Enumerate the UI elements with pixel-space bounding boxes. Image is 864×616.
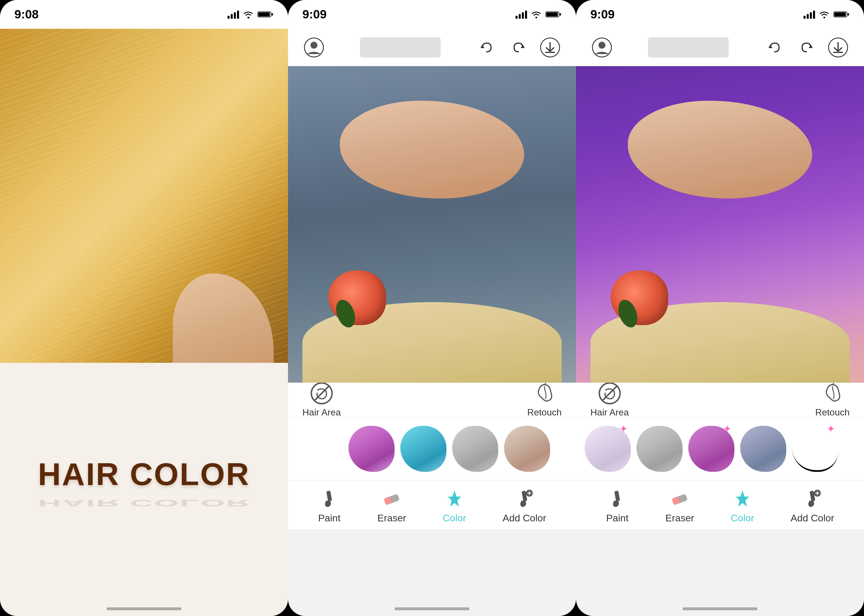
wifi-icon (243, 10, 254, 19)
rose-2 (328, 270, 386, 325)
swatches-row-2 (288, 417, 576, 481)
add-color-label-2: Add Color (503, 512, 546, 524)
retouch-icon-3 (821, 382, 844, 405)
svg-marker-18 (480, 45, 484, 48)
splash-title-reflection: HAIR COLOR (38, 497, 250, 508)
eraser-tool-2[interactable]: Eraser (377, 487, 406, 524)
toolbar-center-2 (360, 38, 441, 58)
color-label-2: Color (443, 512, 466, 524)
retouch-label-2: Retouch (527, 407, 561, 418)
wifi-icon-2 (530, 10, 542, 19)
redo-button-2[interactable] (507, 36, 530, 59)
paint-icon-3 (605, 487, 629, 509)
status-bar-1: 9:08 (0, 0, 288, 29)
eraser-tool-3[interactable]: Eraser (665, 487, 694, 524)
svg-rect-37 (834, 13, 846, 16)
svg-rect-2 (234, 13, 236, 19)
add-color-tool-2[interactable]: Add Color (503, 487, 546, 524)
retouch-label-3: Retouch (815, 407, 850, 418)
svg-rect-15 (560, 13, 561, 16)
svg-rect-10 (522, 13, 524, 19)
hair-area-label-2: Hair Area (303, 407, 341, 418)
phone-app-blue: 9:09 (288, 0, 576, 616)
toolbar-3 (576, 29, 864, 66)
toolbar-right-3 (763, 36, 850, 59)
swatch-3-2[interactable] (637, 426, 683, 472)
undo-button-3[interactable] (763, 36, 786, 59)
color-label-3: Color (731, 512, 754, 524)
retouch-icon-2 (533, 382, 556, 405)
swatch-3-3[interactable]: ✦ (688, 426, 735, 472)
swatch-3-4[interactable] (740, 426, 786, 472)
eraser-label-3: Eraser (665, 512, 694, 524)
paint-tool-2[interactable]: Paint (318, 487, 341, 524)
battery-icon (257, 10, 274, 19)
status-icons-1 (227, 10, 274, 19)
swatch-2-5[interactable] (504, 426, 550, 472)
swatch-3-1[interactable]: ✦ (585, 426, 631, 472)
swatch-2-2[interactable] (348, 426, 394, 472)
hair-area-button-2[interactable]: Hair Area (303, 382, 341, 418)
color-tool-3[interactable]: Color (731, 487, 754, 524)
toolbar-spacer-2 (360, 38, 441, 58)
status-bar-2: 9:09 (288, 0, 576, 29)
toolbar-left-2 (303, 36, 325, 59)
svg-rect-8 (516, 16, 517, 19)
home-indicator-3 (683, 607, 757, 610)
splash-title: HAIR COLOR (38, 456, 250, 492)
eraser-icon-3 (668, 487, 691, 509)
swatch-2-3[interactable] (400, 426, 446, 472)
redo-button-3[interactable] (795, 36, 818, 59)
swatch-star-3-1: ✦ (619, 423, 628, 435)
download-button-3[interactable] (826, 36, 850, 59)
eraser-label-2: Eraser (377, 512, 406, 524)
svg-rect-31 (804, 16, 806, 19)
phone-app-purple: 9:09 (576, 0, 864, 616)
tools-row-2: Paint Eraser (288, 481, 576, 530)
toolbar-right-2 (475, 36, 561, 59)
svg-rect-7 (271, 13, 273, 16)
download-button-2[interactable] (539, 36, 561, 59)
retouch-button-3[interactable]: Retouch (815, 382, 850, 418)
status-icons-3 (804, 10, 850, 19)
svg-rect-32 (807, 14, 809, 19)
hair-background (0, 29, 288, 403)
paint-tool-3[interactable]: Paint (605, 487, 629, 524)
hair-area-icon-3 (598, 382, 621, 405)
bottom-panel-3: Hair Area Retouch ✦ (576, 383, 864, 530)
hair-area-label-3: Hair Area (590, 407, 629, 418)
add-color-tool-3[interactable]: Add Color (791, 487, 834, 524)
svg-rect-3 (237, 11, 239, 19)
splash-text-area: HAIR COLOR HAIR COLOR (0, 363, 288, 616)
svg-marker-42 (809, 45, 813, 48)
swatch-2-4[interactable] (452, 426, 498, 472)
swatches-row-3: ✦ ✦ ✦ (576, 417, 864, 481)
toolbar-left-3 (590, 36, 613, 59)
svg-point-12 (535, 17, 537, 19)
paint-label-3: Paint (606, 512, 629, 524)
svg-rect-1 (231, 14, 233, 19)
swatch-star-3-5: ✦ (826, 423, 835, 435)
swatch-star-3-3: ✦ (723, 423, 732, 435)
svg-marker-41 (768, 45, 773, 48)
svg-marker-19 (521, 45, 525, 48)
bottom-top-row-2: Hair Area Retouch (288, 383, 576, 417)
color-tool-2[interactable]: Color (443, 487, 466, 524)
retouch-button-2[interactable]: Retouch (527, 382, 561, 418)
swatch-2-1[interactable] (296, 426, 343, 472)
swatch-3-5[interactable]: ✦ (792, 426, 838, 472)
signal-icon (227, 10, 239, 19)
rose-3 (610, 270, 668, 325)
add-color-icon-3 (801, 487, 824, 509)
svg-rect-24 (326, 490, 332, 501)
undo-button-2[interactable] (475, 36, 498, 59)
status-time-2: 9:09 (303, 8, 326, 21)
add-color-label-3: Add Color (791, 512, 834, 524)
status-bar-3: 9:09 (576, 0, 864, 29)
hair-area-button-3[interactable]: Hair Area (590, 382, 629, 418)
profile-button-2[interactable] (303, 36, 325, 59)
paint-icon-2 (318, 487, 341, 509)
eraser-icon-2 (380, 487, 403, 509)
profile-button-3[interactable] (590, 36, 613, 59)
home-indicator-1 (107, 607, 181, 610)
